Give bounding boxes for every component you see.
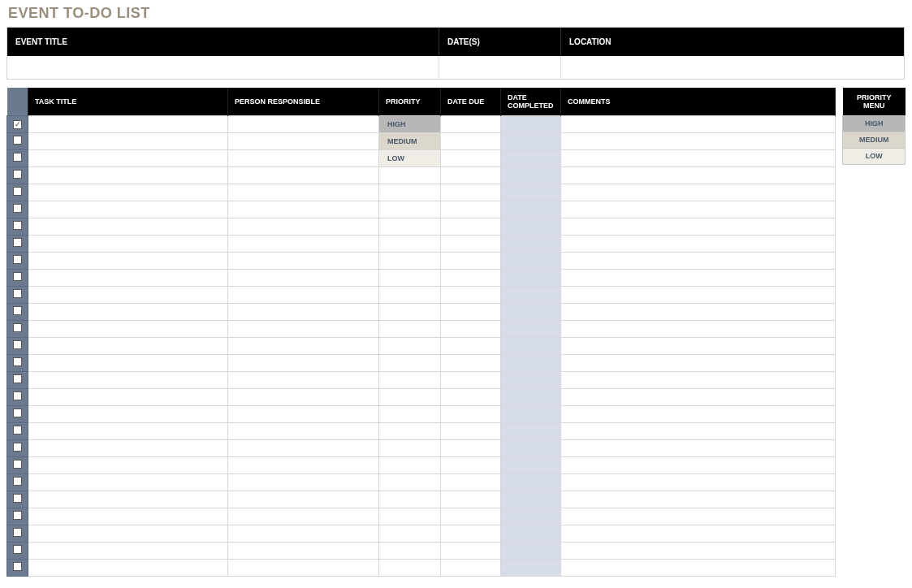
- task-person-cell[interactable]: [228, 286, 379, 303]
- task-date-completed-cell[interactable]: [501, 149, 561, 166]
- task-title-cell[interactable]: [28, 115, 228, 132]
- task-comments-cell[interactable]: [561, 508, 836, 525]
- task-comments-cell[interactable]: [561, 439, 836, 456]
- task-checkbox-cell[interactable]: [7, 354, 28, 371]
- checkbox-icon[interactable]: [13, 409, 22, 417]
- task-date-completed-cell[interactable]: [501, 166, 561, 184]
- checkbox-icon[interactable]: [13, 374, 22, 383]
- task-priority-cell[interactable]: [379, 439, 441, 456]
- task-date-completed-cell[interactable]: [501, 218, 561, 235]
- task-checkbox-cell[interactable]: [7, 269, 28, 286]
- task-priority-cell[interactable]: [379, 252, 441, 269]
- task-priority-cell[interactable]: [379, 542, 441, 559]
- task-title-cell[interactable]: [28, 508, 228, 525]
- task-priority-cell[interactable]: [379, 491, 441, 508]
- task-person-cell[interactable]: [228, 115, 379, 132]
- task-priority-cell[interactable]: [379, 559, 441, 576]
- task-person-cell[interactable]: [228, 439, 379, 456]
- checkbox-icon[interactable]: [13, 340, 22, 349]
- task-checkbox-cell[interactable]: [7, 320, 28, 337]
- task-comments-cell[interactable]: [561, 559, 836, 576]
- task-title-cell[interactable]: [28, 201, 228, 218]
- task-comments-cell[interactable]: [561, 218, 836, 235]
- task-person-cell[interactable]: [228, 405, 379, 422]
- task-date-completed-cell[interactable]: [501, 491, 561, 508]
- task-priority-cell[interactable]: MEDIUM: [379, 132, 441, 149]
- task-date-due-cell[interactable]: [441, 166, 501, 184]
- checkbox-icon[interactable]: [13, 511, 22, 520]
- task-date-completed-cell[interactable]: [501, 235, 561, 252]
- task-checkbox-cell[interactable]: [7, 337, 28, 354]
- task-person-cell[interactable]: [228, 218, 379, 235]
- task-checkbox-cell[interactable]: [7, 456, 28, 473]
- task-date-due-cell[interactable]: [441, 132, 501, 149]
- task-title-cell[interactable]: [28, 184, 228, 201]
- task-person-cell[interactable]: [228, 149, 379, 166]
- task-checkbox-cell[interactable]: [7, 388, 28, 405]
- checkbox-icon[interactable]: [13, 562, 22, 571]
- task-date-due-cell[interactable]: [441, 201, 501, 218]
- task-date-completed-cell[interactable]: [501, 405, 561, 422]
- task-person-cell[interactable]: [228, 542, 379, 559]
- task-checkbox-cell[interactable]: [7, 235, 28, 252]
- task-comments-cell[interactable]: [561, 405, 836, 422]
- task-comments-cell[interactable]: [561, 456, 836, 473]
- task-title-cell[interactable]: [28, 149, 228, 166]
- priority-menu-high[interactable]: HIGH: [843, 115, 906, 132]
- checkbox-icon[interactable]: [13, 545, 22, 554]
- task-date-due-cell[interactable]: [441, 184, 501, 201]
- checkbox-icon[interactable]: [13, 391, 22, 400]
- task-comments-cell[interactable]: [561, 166, 836, 184]
- task-priority-cell[interactable]: [379, 201, 441, 218]
- task-date-due-cell[interactable]: [441, 115, 501, 132]
- checkbox-icon[interactable]: [13, 221, 22, 230]
- task-title-cell[interactable]: [28, 559, 228, 576]
- task-date-completed-cell[interactable]: [501, 269, 561, 286]
- task-date-due-cell[interactable]: [441, 491, 501, 508]
- task-title-cell[interactable]: [28, 320, 228, 337]
- priority-menu-low[interactable]: LOW: [843, 148, 906, 164]
- task-date-completed-cell[interactable]: [501, 559, 561, 576]
- task-date-due-cell[interactable]: [441, 473, 501, 491]
- checkbox-icon[interactable]: [13, 204, 22, 213]
- task-priority-cell[interactable]: [379, 184, 441, 201]
- task-checkbox-cell[interactable]: [7, 439, 28, 456]
- task-date-completed-cell[interactable]: [501, 303, 561, 320]
- task-date-due-cell[interactable]: [441, 354, 501, 371]
- task-comments-cell[interactable]: [561, 201, 836, 218]
- checkbox-icon[interactable]: ✓: [13, 120, 22, 129]
- checkbox-icon[interactable]: [13, 494, 22, 503]
- checkbox-icon[interactable]: [13, 187, 22, 196]
- task-title-cell[interactable]: [28, 132, 228, 149]
- task-date-completed-cell[interactable]: [501, 388, 561, 405]
- task-title-cell[interactable]: [28, 252, 228, 269]
- task-comments-cell[interactable]: [561, 473, 836, 491]
- task-person-cell[interactable]: [228, 559, 379, 576]
- task-person-cell[interactable]: [228, 525, 379, 542]
- task-checkbox-cell[interactable]: [7, 405, 28, 422]
- task-person-cell[interactable]: [228, 184, 379, 201]
- checkbox-icon[interactable]: [13, 153, 22, 162]
- task-title-cell[interactable]: [28, 371, 228, 388]
- task-checkbox-cell[interactable]: [7, 473, 28, 491]
- task-date-due-cell[interactable]: [441, 286, 501, 303]
- task-date-completed-cell[interactable]: [501, 115, 561, 132]
- task-person-cell[interactable]: [228, 166, 379, 184]
- task-date-due-cell[interactable]: [441, 508, 501, 525]
- checkbox-icon[interactable]: [13, 289, 22, 298]
- task-priority-cell[interactable]: [379, 337, 441, 354]
- task-comments-cell[interactable]: [561, 252, 836, 269]
- task-person-cell[interactable]: [228, 252, 379, 269]
- task-title-cell[interactable]: [28, 286, 228, 303]
- task-checkbox-cell[interactable]: [7, 184, 28, 201]
- task-title-cell[interactable]: [28, 439, 228, 456]
- task-checkbox-cell[interactable]: ✓: [7, 115, 28, 132]
- checkbox-icon[interactable]: [13, 306, 22, 315]
- task-comments-cell[interactable]: [561, 286, 836, 303]
- task-date-completed-cell[interactable]: [501, 439, 561, 456]
- task-title-cell[interactable]: [28, 354, 228, 371]
- task-date-due-cell[interactable]: [441, 525, 501, 542]
- task-title-cell[interactable]: [28, 473, 228, 491]
- checkbox-icon[interactable]: [13, 477, 22, 486]
- task-checkbox-cell[interactable]: [7, 508, 28, 525]
